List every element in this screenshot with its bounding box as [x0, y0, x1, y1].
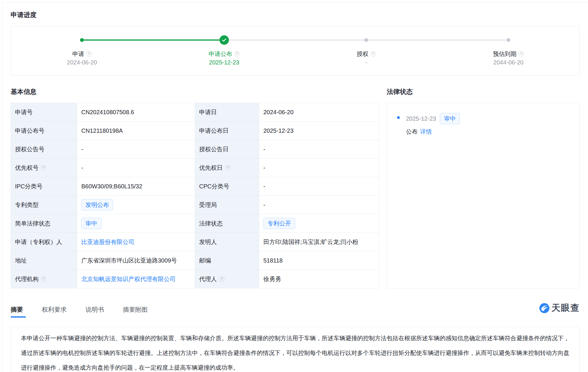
- table-row: 申请公布号CN121180198A申请公布日2025-12-23: [11, 122, 379, 140]
- info-label-cell: 代理机构?: [11, 270, 77, 288]
- tianyancha-logo[interactable]: 天眼查: [539, 302, 580, 317]
- info-label-text: 申请（专利权）人: [15, 238, 62, 246]
- info-label-cell: 地址: [11, 251, 77, 270]
- step-name: 授权?: [295, 50, 437, 58]
- info-label-cell: 简单法律状态: [11, 214, 77, 233]
- stepper-connector: [366, 39, 508, 41]
- info-label-text: 专利类型: [15, 201, 39, 209]
- help-question-icon[interactable]: ?: [41, 165, 46, 170]
- info-value-cell: 2024-06-20: [259, 103, 379, 122]
- info-label: 法律状态: [199, 220, 255, 227]
- info-label: 专利类型: [15, 201, 73, 209]
- legal-status-item: 2025-12-23审中公布详情: [397, 113, 579, 136]
- basic-info-table: 申请号CN202410807508.6申请日2024-06-20申请公布号CN1…: [11, 103, 379, 288]
- info-value-cell: -: [77, 140, 195, 159]
- info-label-cell: 代理人?: [195, 270, 259, 288]
- info-label: 申请号: [15, 108, 73, 116]
- info-value-cell: 专利公开: [259, 214, 379, 233]
- table-row: 申请（专利权）人比亚迪股份有限公司发明人田方印;陆国祥;马宝淇;旷云龙;闫小粉: [11, 233, 379, 251]
- step-name: 预估到期?: [437, 50, 580, 58]
- info-label-text: 简单法律状态: [15, 220, 50, 227]
- stepper-connector: [224, 39, 366, 41]
- table-row: 简单法律状态审中法律状态专利公开: [11, 214, 379, 233]
- step-date: -: [295, 58, 437, 67]
- info-value-cell: 审中: [77, 214, 195, 233]
- tab-摘要[interactable]: 摘要: [11, 306, 23, 318]
- info-value-cell: 徐勇勇: [259, 270, 379, 288]
- table-row: 授权公告号-授权公告日-: [11, 140, 379, 159]
- step-预估到期: 预估到期?2044-06-20: [437, 50, 580, 67]
- step-申请公布: 申请公布?2025-12-23: [153, 50, 295, 67]
- legal-status-line1: 2025-12-23审中: [406, 113, 460, 124]
- step-node-dot: [80, 38, 84, 42]
- info-value-cell: -: [259, 159, 379, 177]
- step-node-dot: [506, 38, 510, 42]
- legal-status-tag: 审中: [440, 113, 460, 124]
- legal-status-body: 2025-12-23审中公布详情: [406, 113, 460, 136]
- info-label-text: 法律状态: [199, 220, 223, 227]
- help-question-icon[interactable]: ?: [518, 51, 524, 57]
- table-row: 代理机构?北京知帆远景知识产权代理有限公司代理人?徐勇勇: [11, 270, 379, 288]
- status-tag: 专利公开: [263, 218, 295, 229]
- progress-section-title: 申请进度: [11, 11, 580, 19]
- info-label-text: 代理机构: [15, 275, 39, 283]
- info-value-cell: -: [77, 159, 195, 177]
- document-tabs: 摘要权利要求说明书摘要附图 天眼查: [11, 302, 580, 317]
- info-label-text: 申请号: [15, 108, 33, 116]
- info-label-text: 申请公布日: [199, 127, 229, 135]
- info-label-text: 优先权号: [15, 164, 39, 172]
- entity-link[interactable]: 北京知帆远景知识产权代理有限公司: [81, 276, 176, 282]
- info-label-text: 地址: [15, 257, 27, 265]
- info-label: 申请公布日: [199, 127, 255, 135]
- help-question-icon[interactable]: ?: [225, 165, 230, 170]
- help-question-icon[interactable]: ?: [86, 51, 92, 57]
- info-value-cell: 518118: [259, 251, 379, 270]
- info-value-cell: CN121180198A: [77, 122, 195, 140]
- info-label-text: 授权公告日: [199, 145, 229, 153]
- info-value-cell: 比亚迪股份有限公司: [77, 233, 195, 251]
- tab-权利要求[interactable]: 权利要求: [42, 306, 67, 318]
- step-node-dot: [364, 38, 368, 42]
- legal-status-panel: 2025-12-23审中公布详情: [387, 103, 580, 288]
- step-name-text: 预估到期: [493, 50, 516, 58]
- help-question-icon[interactable]: ?: [234, 51, 240, 57]
- step-name: 申请?: [11, 50, 153, 58]
- info-label-cell: 专利类型: [11, 196, 77, 214]
- info-value-cell: 2025-12-23: [259, 122, 379, 140]
- info-label: 优先权号?: [15, 164, 73, 172]
- info-label: 申请日: [199, 108, 255, 116]
- info-label: 地址: [15, 257, 73, 265]
- tab-摘要附图[interactable]: 摘要附图: [123, 306, 148, 318]
- tab-说明书[interactable]: 说明书: [85, 306, 104, 318]
- help-question-icon[interactable]: ?: [371, 51, 376, 57]
- info-label: 代理人?: [199, 275, 255, 283]
- info-label-cell: 授权公告日: [195, 140, 259, 159]
- info-value-cell: -: [259, 196, 379, 214]
- legal-status-action: 公布: [406, 128, 418, 135]
- info-label: 邮编: [199, 257, 255, 265]
- info-label: 授权公告号: [15, 145, 73, 153]
- help-question-icon[interactable]: ?: [219, 276, 224, 282]
- info-label-cell: 优先权号?: [11, 159, 77, 177]
- legal-status-detail-link[interactable]: 详情: [420, 128, 432, 135]
- step-date: 2024-06-20: [11, 58, 153, 67]
- info-label: 受理局: [199, 201, 255, 209]
- step-授权: 授权?-: [295, 50, 437, 67]
- info-label: IPC分类号: [15, 182, 73, 190]
- status-tag: 发明公布: [81, 199, 113, 210]
- entity-link[interactable]: 比亚迪股份有限公司: [81, 239, 134, 245]
- info-value-cell: -: [259, 140, 379, 159]
- tianyancha-logo-text: 天眼查: [551, 302, 580, 314]
- help-question-icon[interactable]: ?: [41, 276, 46, 282]
- info-label-cell: 申请号: [11, 103, 77, 122]
- table-row: 优先权号?-优先权日?-: [11, 159, 379, 177]
- info-value-cell: 广东省深圳市坪山区比亚迪路3009号: [77, 251, 195, 270]
- abstract-panel: 本申请公开一种车辆避撞的控制方法、车辆避撞的控制装置、车辆和存储介质。所述车辆避…: [11, 327, 580, 372]
- info-label-cell: 申请公布日: [195, 122, 259, 140]
- info-label-text: 邮编: [199, 257, 211, 265]
- info-value-cell: -: [259, 177, 379, 196]
- info-label: 优先权日?: [199, 164, 255, 172]
- info-value-cell: 田方印;陆国祥;马宝淇;旷云龙;闫小粉: [259, 233, 379, 251]
- info-label: CPC分类号: [199, 182, 255, 190]
- legal-status-date: 2025-12-23: [406, 115, 436, 122]
